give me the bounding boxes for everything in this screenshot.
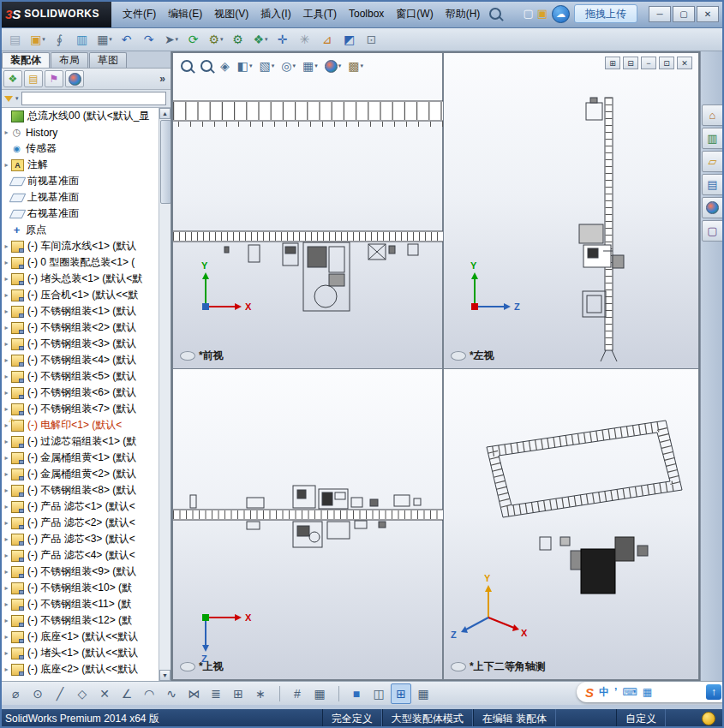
undo-icon[interactable]: ↶	[117, 29, 137, 50]
tree-item[interactable]: ▸ (-) 不锈钢组装<12> (默	[0, 612, 159, 629]
expand-arrow-icon[interactable]: ▸	[3, 128, 10, 136]
insert-component-icon[interactable]: ❖ ▾	[250, 29, 271, 50]
columns-icon[interactable]: ▥	[72, 29, 93, 50]
previous-view-icon[interactable]: ◈	[220, 59, 230, 73]
tree-item[interactable]: ▸ (-) 不锈钢组装<9> (默认	[0, 564, 159, 580]
menu-item[interactable]: 插入(I)	[254, 0, 296, 27]
display-style-icon[interactable]: ▧ ▾	[260, 59, 275, 73]
viewport-left[interactable]: Y Z *左视	[443, 52, 699, 369]
tree-item[interactable]: 传感器	[0, 140, 159, 157]
tree-item[interactable]: ▸ (-) 产品 滤芯<2> (默认<	[0, 515, 159, 531]
configurationmanager-tab-icon[interactable]: ⚑	[45, 70, 63, 87]
tree-item[interactable]: ▸ (-) 车间流水线<1> (默认	[0, 238, 159, 254]
tree-item[interactable]: ▸ (-) 产品 滤芯<1> (默认<	[0, 498, 159, 515]
tree-item[interactable]: ▸ (-) 0 型圈装配总装<1> (	[0, 254, 159, 271]
smart-dimension-icon[interactable]: ⌀	[5, 683, 26, 704]
minimize-button[interactable]: ─	[649, 6, 671, 22]
print-icon[interactable]: ▦ ▾	[94, 29, 115, 50]
ime-up-icon[interactable]: ↑	[706, 684, 721, 700]
line-tool-icon[interactable]: ╱	[50, 683, 70, 704]
arc-tool-icon[interactable]: ◠	[139, 683, 159, 704]
expand-arrow-icon[interactable]: ▸	[3, 373, 10, 380]
filter-input[interactable]	[21, 92, 166, 105]
tree-item[interactable]: ▸ (-) 产品 滤芯<4> (默认<	[0, 547, 159, 564]
mirror-tool-icon[interactable]: ⋈	[183, 683, 204, 704]
expand-arrow-icon[interactable]: ▸	[3, 291, 10, 299]
displaymanager-tab-icon[interactable]	[65, 70, 84, 87]
tree-item[interactable]: 前视基准面	[0, 173, 159, 189]
tab-layout[interactable]: 布局	[51, 52, 88, 68]
tree-item[interactable]: ▸ (-) 不锈钢组装<11> (默	[0, 596, 159, 612]
redo-icon[interactable]: ↷	[139, 29, 159, 50]
expand-arrow-icon[interactable]: ▸	[3, 307, 10, 315]
viewport-top[interactable]: X Z *上视	[172, 368, 443, 680]
expand-arrow-icon[interactable]: ▸	[3, 665, 10, 673]
tree-item[interactable]: ▸ History	[0, 124, 159, 140]
tree-item[interactable]: 上视基准面	[0, 189, 159, 206]
expand-arrow-icon[interactable]: ▸	[3, 584, 10, 592]
upload-button[interactable]: 拖拽上传	[574, 4, 637, 23]
section-view-icon[interactable]: ◧ ▾	[237, 59, 253, 73]
maximize-button[interactable]: ▢	[673, 6, 695, 22]
search-pin-icon[interactable]	[489, 8, 501, 20]
circle-tool-icon[interactable]: ⊙	[27, 683, 48, 704]
expand-arrow-icon[interactable]: ▸	[3, 438, 10, 445]
upload-app-icon[interactable]: ☁	[552, 5, 570, 23]
four-view-button[interactable]: ⊞	[391, 683, 411, 704]
tree-item[interactable]: ▸ (-) 电解印<1> (默认<	[0, 417, 159, 433]
table-view-button[interactable]: ▦	[413, 683, 434, 704]
tree-item[interactable]: ▸ (-) 不锈钢组装<10> (默	[0, 580, 159, 596]
close-button[interactable]: ✕	[697, 6, 719, 22]
tree-item[interactable]: ▸ (-) 堵头总装<1> (默认<默	[0, 271, 159, 287]
expand-arrow-icon[interactable]: ▸	[3, 535, 10, 543]
hide-show-icon[interactable]: ◎ ▾	[281, 59, 296, 73]
pattern-tool-icon[interactable]: ⊞	[228, 683, 248, 704]
filter-icon[interactable]	[4, 96, 13, 102]
tree-item[interactable]: ▸ (-) 不锈钢组装<4> (默认	[0, 352, 159, 368]
expand-arrow-icon[interactable]: ▸	[3, 600, 10, 608]
new-doc-icon[interactable]: ▢	[523, 5, 533, 22]
viewport-restore-icon[interactable]: ⊡	[659, 57, 674, 69]
rebuild-icon[interactable]: ⟳	[183, 29, 204, 50]
expand-arrow-icon[interactable]: ▸	[3, 486, 10, 494]
viewport-close-icon[interactable]: ✕	[677, 57, 692, 69]
expand-arrow-icon[interactable]: ▸	[3, 454, 10, 462]
gears-icon[interactable]: ⚙	[228, 29, 248, 50]
screenshot-icon[interactable]: ⊡	[362, 29, 382, 50]
measure-icon[interactable]: ⊿	[317, 29, 338, 50]
scroll-down-icon[interactable]: ▼	[159, 670, 171, 681]
properties-icon[interactable]: ▤	[5, 29, 26, 50]
tree-item[interactable]: ▸ (-) 不锈钢组装<6> (默认	[0, 385, 159, 401]
featuremanager-tab-icon[interactable]: ❖	[3, 70, 22, 87]
expand-arrow-icon[interactable]: ▸	[3, 389, 10, 397]
menu-item[interactable]: Toolbox	[343, 0, 390, 27]
expand-arrow-icon[interactable]: ▸	[3, 242, 10, 250]
two-view-button[interactable]: ◫	[368, 683, 389, 704]
folder-icon[interactable]: ▱	[702, 151, 724, 172]
menu-item[interactable]: 文件(F)	[117, 0, 162, 27]
sogou-logo-icon[interactable]: S	[585, 685, 594, 700]
tree-item[interactable]: ▸ (-) 过滤芯箱组装<1> (默	[0, 433, 159, 450]
exploded-view-icon[interactable]: ✳	[295, 29, 315, 50]
menu-item[interactable]: 工具(T)	[297, 0, 343, 27]
section-icon[interactable]: ◩	[339, 29, 360, 50]
expand-arrow-icon[interactable]: ▸	[3, 552, 10, 559]
expand-arrow-icon[interactable]: ▸	[3, 617, 10, 624]
open-icon[interactable]: ▣ ▾	[27, 29, 48, 50]
tree-item[interactable]: ▸ (-) 不锈钢组装<2> (默认	[0, 319, 159, 336]
panel-more-chevron[interactable]: »	[159, 73, 167, 85]
expand-arrow-icon[interactable]: ▸	[3, 324, 10, 331]
grid-settings-icon[interactable]: ▦	[309, 683, 330, 704]
viewport-tile-icon[interactable]: ⊞	[605, 57, 620, 69]
view-orientation-icon[interactable]: ▦ ▾	[302, 59, 318, 73]
ime-toolbox-icon[interactable]: ▦	[643, 686, 652, 698]
tree-item[interactable]: ▸ 注解	[0, 157, 159, 173]
home-icon[interactable]: ⌂	[702, 104, 724, 126]
appearances-icon[interactable]	[702, 197, 724, 218]
trim-tool-icon[interactable]: ✕	[94, 683, 115, 704]
options-icon[interactable]: ⚙ ▾	[206, 29, 226, 50]
expand-arrow-icon[interactable]: ▸	[3, 470, 10, 478]
customize-button[interactable]: 自定义	[616, 709, 666, 728]
move-tool-icon[interactable]: ∗	[250, 683, 271, 704]
menu-item[interactable]: 窗口(W)	[390, 0, 439, 27]
